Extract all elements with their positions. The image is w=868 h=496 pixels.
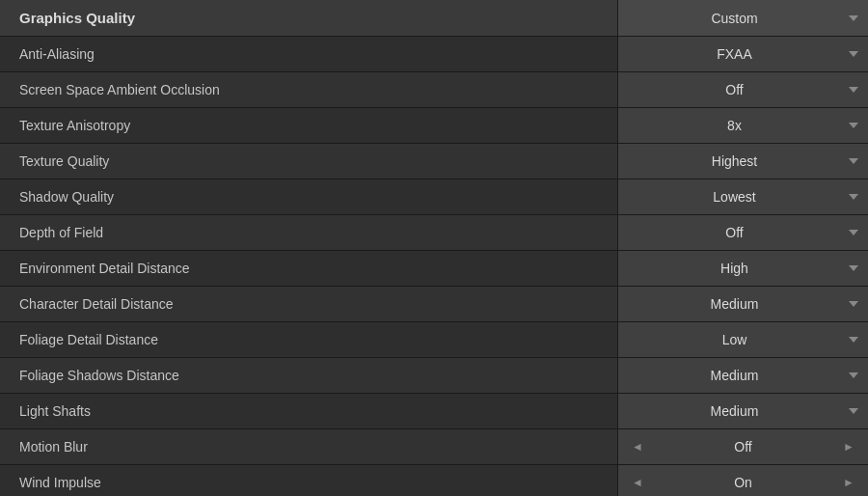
settings-row-10: Light ShaftsMedium [0,394,868,429]
value-4: Lowest [628,189,841,205]
settings-panel: Graphics Quality Custom Anti-AliasingFXA… [0,0,868,496]
label-6: Environment Detail Distance [0,261,617,276]
value-col-0[interactable]: FXAA [617,37,868,71]
dropdown-arrow-icon [849,301,858,307]
value-2: 8x [628,118,841,133]
graphics-quality-value: Custom [628,11,841,26]
value-col-7[interactable]: Medium [617,287,868,321]
label-0: Anti-Aliasing [0,46,617,62]
next-arrow-button[interactable]: ► [839,474,858,491]
settings-row-0: Anti-AliasingFXAA [0,37,868,72]
label-7: Character Detail Distance [0,296,617,312]
label-9: Foliage Shadows Distance [0,368,617,383]
value-col-2[interactable]: 8x [617,108,868,143]
value-3: Highest [628,153,841,169]
dropdown-arrow-icon [849,408,858,414]
settings-row-9: Foliage Shadows DistanceMedium [0,358,868,394]
label-8: Foliage Detail Distance [0,332,617,347]
value-col-3[interactable]: Highest [617,144,868,179]
dropdown-arrow-icon [849,265,858,271]
value-col-12[interactable]: ◄On► [617,465,868,496]
settings-row-2: Texture Anisotropy8x [0,108,868,144]
value-12: On [647,475,839,490]
settings-row-3: Texture QualityHighest [0,144,868,179]
settings-row-8: Foliage Detail DistanceLow [0,322,868,358]
dropdown-arrow-icon [849,123,858,128]
settings-row-12: Wind Impulse◄On► [0,465,868,496]
value-col-11[interactable]: ◄Off► [617,429,868,464]
label-11: Motion Blur [0,439,617,455]
graphics-quality-row: Graphics Quality Custom [0,0,868,37]
dropdown-arrow-icon [849,230,858,235]
label-5: Depth of Field [0,225,617,240]
value-col-4[interactable]: Lowest [617,179,868,214]
prev-arrow-button[interactable]: ◄ [628,438,647,455]
dropdown-arrow-icon [849,158,858,164]
dropdown-arrow-icon [849,87,858,93]
settings-row-1: Screen Space Ambient OcclusionOff [0,72,868,108]
settings-row-4: Shadow QualityLowest [0,179,868,215]
label-3: Texture Quality [0,153,617,169]
value-col-5[interactable]: Off [617,215,868,250]
value-10: Medium [628,403,841,419]
dropdown-arrow-icon [849,15,858,21]
dropdown-arrow-icon [849,194,858,200]
dropdown-arrow-icon [849,337,858,343]
value-7: Medium [628,296,841,312]
settings-row-5: Depth of FieldOff [0,215,868,251]
settings-row-11: Motion Blur◄Off► [0,429,868,465]
value-6: High [628,261,841,276]
value-5: Off [628,225,841,240]
graphics-quality-dropdown[interactable]: Custom [617,0,868,36]
dropdown-arrow-icon [849,372,858,378]
prev-arrow-button[interactable]: ◄ [628,474,647,491]
value-11: Off [647,439,839,455]
value-1: Off [628,82,841,97]
label-10: Light Shafts [0,403,617,419]
value-9: Medium [628,368,841,383]
settings-row-6: Environment Detail DistanceHigh [0,251,868,287]
next-arrow-button[interactable]: ► [839,438,858,455]
settings-row-7: Character Detail DistanceMedium [0,287,868,322]
label-1: Screen Space Ambient Occlusion [0,82,617,97]
graphics-quality-label: Graphics Quality [0,10,617,26]
value-col-9[interactable]: Medium [617,358,868,393]
value-col-1[interactable]: Off [617,72,868,107]
dropdown-arrow-icon [849,51,858,57]
value-col-8[interactable]: Low [617,322,868,357]
value-col-6[interactable]: High [617,251,868,286]
value-0: FXAA [628,46,841,62]
value-col-10[interactable]: Medium [617,394,868,428]
label-2: Texture Anisotropy [0,118,617,133]
value-8: Low [628,332,841,347]
label-4: Shadow Quality [0,189,617,205]
label-12: Wind Impulse [0,475,617,490]
